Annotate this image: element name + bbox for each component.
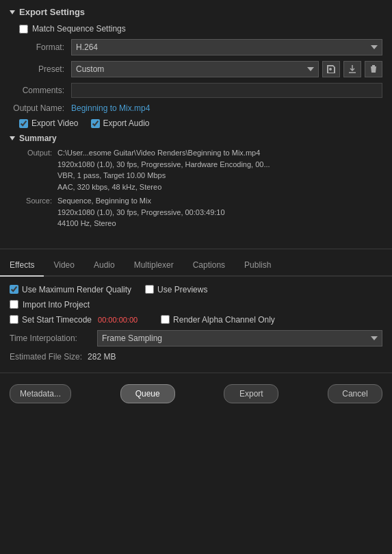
import-project-checkbox[interactable] [10, 300, 18, 309]
summary-header: Summary [10, 134, 382, 143]
export-video-label: Export Video [31, 118, 79, 128]
preset-select[interactable]: Custom [71, 61, 319, 77]
export-audio-checkbox[interactable] [91, 119, 100, 128]
start-timecode-label: Set Start Timecode [22, 315, 92, 325]
main-tabs: Effects Video Audio Multiplexer Captions… [0, 255, 392, 277]
effects-panel: Use Maximum Render Quality Use Previews … [0, 285, 392, 362]
export-settings-header: Export Settings [10, 7, 382, 17]
use-previews-group: Use Previews [145, 285, 207, 294]
summary-section: Summary Output: C:\User...esome Guitar\V… [10, 134, 382, 229]
time-interp-row: Time Interpolation: Frame Sampling Frame… [10, 330, 382, 347]
time-interp-select[interactable]: Frame Sampling Frame Blending Optical Fl… [97, 330, 382, 347]
summary-output-value: C:\User...esome Guitar\Video Renders\Beg… [57, 147, 270, 192]
render-alpha-label: Render Alpha Channel Only [173, 315, 275, 325]
match-sequence-row: Match Sequence Settings [10, 24, 382, 34]
comments-row: Comments: [10, 83, 382, 98]
cancel-button[interactable]: Cancel [328, 384, 382, 403]
summary-output-label: Output: [16, 147, 57, 192]
export-button[interactable]: Export [224, 384, 278, 403]
summary-output-line3: VBR, 1 pass, Target 10.00 Mbps [57, 170, 270, 181]
output-name-row: Output Name: Beginning to Mix.mp4 [10, 103, 382, 113]
summary-output-line4: AAC, 320 kbps, 48 kHz, Stereo [57, 181, 270, 193]
summary-source-label: Source: [16, 195, 57, 229]
comments-label: Comments: [10, 86, 71, 95]
bottom-buttons: Metadata... Queue Export Cancel [0, 379, 392, 413]
max-render-group: Use Maximum Render Quality [10, 285, 131, 294]
tab-video[interactable]: Video [44, 255, 83, 277]
format-row: Format: H.264 [10, 39, 382, 55]
preset-label: Preset: [10, 64, 71, 74]
tab-effects[interactable]: Effects [0, 255, 44, 277]
render-alpha-group: Render Alpha Channel Only [161, 315, 275, 325]
export-video-group: Export Video [19, 118, 79, 128]
tab-audio[interactable]: Audio [84, 255, 125, 277]
summary-output-line1: C:\User...esome Guitar\Video Renders\Beg… [57, 147, 270, 159]
tab-multiplexer[interactable]: Multiplexer [125, 255, 183, 277]
file-size-value: 282 MB [88, 352, 116, 362]
import-project-label: Import Into Project [23, 300, 90, 310]
output-name-label: Output Name: [10, 103, 71, 113]
timecode-alpha-row: Set Start Timecode Render Alpha Channel … [10, 315, 382, 325]
summary-source-value: Sequence, Beginning to Mix 1920x1080 (1.… [57, 195, 225, 229]
time-interp-label: Time Interpolation: [10, 333, 92, 343]
format-label: Format: [10, 42, 71, 52]
timecode-input[interactable] [98, 316, 147, 324]
import-project-row: Import Into Project [10, 300, 382, 310]
start-timecode-checkbox[interactable] [10, 315, 18, 324]
export-options-row: Export Video Export Audio [10, 118, 382, 128]
preset-row: Preset: Custom [10, 61, 382, 77]
match-sequence-checkbox[interactable] [19, 25, 28, 34]
render-alpha-checkbox[interactable] [161, 315, 170, 324]
use-previews-label: Use Previews [157, 285, 207, 294]
use-previews-checkbox[interactable] [145, 285, 154, 294]
tab-publish[interactable]: Publish [235, 255, 280, 277]
summary-title: Summary [19, 134, 57, 143]
format-wrapper: H.264 [71, 39, 382, 55]
export-audio-label: Export Audio [103, 118, 150, 128]
summary-source-row: Source: Sequence, Beginning to Mix 1920x… [16, 195, 382, 229]
export-video-checkbox[interactable] [19, 119, 28, 128]
preset-import-btn[interactable] [343, 61, 361, 77]
preset-save-btn[interactable] [322, 61, 340, 77]
summary-collapse[interactable] [10, 136, 15, 140]
tab-captions[interactable]: Captions [183, 255, 235, 277]
summary-source-line1: Sequence, Beginning to Mix [57, 195, 225, 207]
file-size-label: Estimated File Size: [10, 352, 82, 362]
start-timecode-group: Set Start Timecode [10, 315, 147, 325]
render-options-row: Use Maximum Render Quality Use Previews [10, 285, 382, 294]
preset-delete-btn[interactable] [365, 61, 382, 77]
summary-source-line3: 44100 Hz, Stereo [57, 218, 225, 229]
format-select[interactable]: H.264 [71, 39, 382, 55]
match-sequence-label: Match Sequence Settings [32, 24, 126, 34]
output-name-link[interactable]: Beginning to Mix.mp4 [71, 103, 150, 113]
metadata-button[interactable]: Metadata... [10, 384, 71, 403]
collapse-triangle[interactable] [10, 10, 15, 14]
max-render-checkbox[interactable] [10, 285, 18, 294]
queue-button[interactable]: Queue [120, 384, 175, 403]
preset-wrapper: Custom [71, 61, 382, 77]
export-settings-title: Export Settings [19, 7, 85, 17]
comments-input[interactable] [71, 83, 382, 98]
summary-output-row: Output: C:\User...esome Guitar\Video Ren… [16, 147, 382, 192]
summary-table: Output: C:\User...esome Guitar\Video Ren… [10, 147, 382, 229]
file-size-row: Estimated File Size: 282 MB [10, 352, 382, 362]
summary-source-line2: 1920x1080 (1.0), 30 fps, Progressive, 00… [57, 207, 225, 218]
max-render-label: Use Maximum Render Quality [22, 285, 131, 294]
summary-output-line2: 1920x1080 (1.0), 30 fps, Progressive, Ha… [57, 159, 270, 171]
export-audio-group: Export Audio [91, 118, 150, 128]
